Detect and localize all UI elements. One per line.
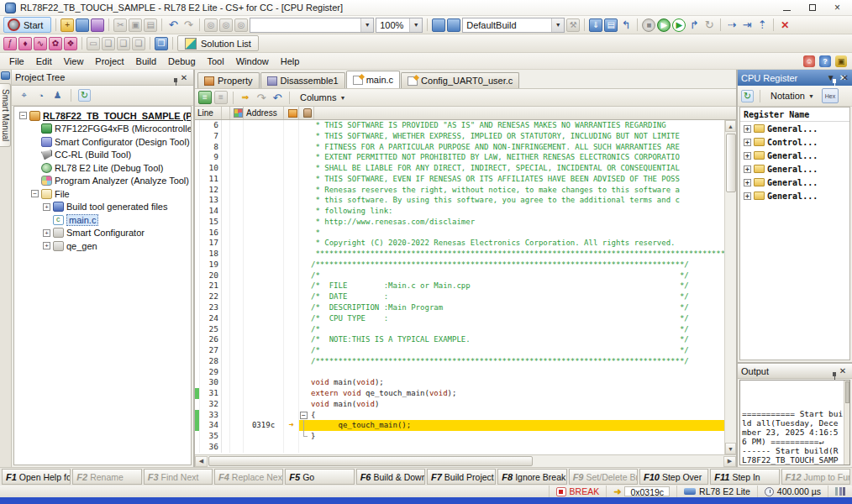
code-line[interactable]: 15 * http://www.renesas.com/disclaimer bbox=[195, 217, 724, 228]
fold-column[interactable] bbox=[299, 431, 309, 442]
find-icon[interactable]: ◎ bbox=[204, 18, 218, 32]
scroll-up-icon[interactable]: ▲ bbox=[725, 120, 736, 132]
function-key-f6[interactable]: F6Build & Downl... bbox=[356, 469, 425, 485]
project-pin-icon[interactable]: ⌖ bbox=[18, 89, 30, 102]
code-line[interactable]: 10 * SHALL BE LIABLE FOR ANY DIRECT, IND… bbox=[195, 163, 724, 174]
code-line[interactable]: 14 * following link: bbox=[195, 206, 724, 217]
menu-file[interactable]: File bbox=[3, 54, 30, 69]
code-line[interactable]: 23/* DESCRIPTION :Main Program */ bbox=[195, 302, 724, 313]
tree-expander-icon[interactable]: + bbox=[43, 203, 50, 211]
register-expander-icon[interactable]: + bbox=[744, 192, 751, 200]
editor-tab-main-c[interactable]: main.c bbox=[346, 71, 400, 88]
code-line[interactable]: 6 * THIS SOFTWARE IS PROVIDED "AS IS" AN… bbox=[195, 120, 724, 131]
code-line[interactable]: 26/* NOTE:THIS IS A TYPICAL EXAMPLE. */ bbox=[195, 334, 724, 345]
cut-icon[interactable]: ✂ bbox=[113, 18, 127, 32]
register-row[interactable]: +General... bbox=[740, 189, 849, 202]
coverage-column-header[interactable] bbox=[230, 107, 244, 119]
code-area[interactable]: 6 * THIS SOFTWARE IS PROVIDED "AS IS" AN… bbox=[195, 120, 724, 454]
stop-icon[interactable]: ■ bbox=[642, 18, 655, 32]
build-download-icon[interactable]: ⇓ bbox=[589, 18, 602, 32]
hex-notation-button[interactable]: Hex bbox=[822, 88, 839, 103]
windows-cascade-icon[interactable]: ❐ bbox=[155, 37, 168, 50]
function-key-f3[interactable]: F3Find Next bbox=[144, 469, 213, 485]
analysis-variable-list-icon[interactable]: ✿ bbox=[49, 37, 62, 50]
menu-window[interactable]: Window bbox=[230, 54, 275, 69]
function-key-f5[interactable]: F5Go bbox=[285, 469, 354, 485]
build-config-combo[interactable]: DefaultBuild ▼ bbox=[462, 18, 565, 33]
build-config-arrow[interactable]: ▼ bbox=[551, 18, 564, 32]
navigate-forward-icon[interactable]: ↷ bbox=[255, 91, 268, 104]
save-all-icon[interactable] bbox=[91, 18, 104, 32]
fold-column[interactable] bbox=[299, 420, 309, 431]
build-project-icon[interactable]: ▤ bbox=[604, 18, 618, 32]
comment-icon-4[interactable]: ❏ bbox=[132, 37, 145, 50]
smart-manual-tab[interactable]: Smart Manual bbox=[0, 83, 11, 147]
code-line[interactable]: 22/* DATE : */ bbox=[195, 291, 724, 302]
jump-to-pc-icon[interactable]: ⇒ bbox=[239, 91, 252, 104]
code-line[interactable]: 17 * Copyright (C) 2020-2022 Renesas Ele… bbox=[195, 238, 724, 249]
tree-item[interactable]: +Smart Configurator bbox=[16, 227, 191, 240]
menu-help[interactable]: Help bbox=[275, 54, 306, 69]
breakpoint-column-header[interactable] bbox=[284, 107, 299, 119]
updates-icon[interactable]: ▣ bbox=[835, 55, 847, 67]
code-line[interactable]: 12 * Renesas reserves the right, without… bbox=[195, 185, 724, 196]
start-button[interactable]: Start bbox=[3, 17, 51, 33]
search-combo[interactable]: ▼ bbox=[250, 18, 374, 33]
code-line[interactable]: 11 * THIS SOFTWARE, EVEN IF RENESAS OR I… bbox=[195, 174, 724, 185]
menu-debug[interactable]: Debug bbox=[162, 54, 201, 69]
step-over-icon[interactable]: ⇥ bbox=[740, 18, 754, 32]
scroll-right-icon[interactable]: ▶ bbox=[723, 456, 736, 467]
menu-build[interactable]: Build bbox=[130, 54, 162, 69]
disconnect-icon[interactable]: ✕ bbox=[778, 18, 792, 32]
tree-item[interactable]: +qe_gen bbox=[16, 239, 191, 253]
code-line[interactable]: 35} bbox=[195, 431, 724, 442]
register-expander-icon[interactable]: + bbox=[744, 125, 751, 133]
tree-expander-icon[interactable]: + bbox=[43, 242, 50, 249]
tree-item[interactable]: Program Analyzer (Analyze Tool) bbox=[16, 175, 191, 188]
save-project-icon[interactable] bbox=[76, 18, 89, 32]
register-refresh-icon[interactable]: ↻ bbox=[741, 90, 754, 102]
vertical-scroll-thumb[interactable] bbox=[726, 134, 736, 192]
code-line[interactable]: 8 * FITNESS FOR A PARTICULAR PURPOSE AND… bbox=[195, 142, 724, 153]
editor-tab-config-uart0-user-c[interactable]: Config_UART0_user.c bbox=[401, 72, 519, 88]
find-next-icon[interactable]: ◎ bbox=[234, 18, 248, 32]
editor-tab-close-icon[interactable]: ✕ bbox=[842, 73, 849, 82]
notation-button[interactable]: Notation ▼ bbox=[766, 89, 818, 102]
tree-expander-icon[interactable]: − bbox=[19, 112, 27, 119]
function-key-f7[interactable]: F7Build Project bbox=[427, 469, 496, 485]
mixed-display-icon[interactable]: ≡ bbox=[198, 91, 212, 104]
register-row[interactable]: +Control... bbox=[740, 135, 849, 149]
code-line[interactable]: 24/* CPU TYPE : */ bbox=[195, 313, 724, 324]
tree-expander-icon[interactable]: + bbox=[43, 229, 50, 237]
code-line[interactable]: 30void main(void); bbox=[195, 377, 724, 388]
rewind-icon[interactable]: ↻ bbox=[702, 18, 716, 32]
code-line[interactable]: 340319c➜ qe_touch_main(); bbox=[195, 420, 724, 431]
tree-item[interactable]: main.c bbox=[16, 213, 191, 227]
tree-item[interactable]: +Build tool generated files bbox=[16, 201, 191, 214]
tree-item[interactable]: CC-RL (Build Tool) bbox=[16, 149, 191, 162]
code-line[interactable]: 31extern void qe_touch_main(void); bbox=[195, 388, 724, 399]
code-line[interactable]: 13 * this software. By using this softwa… bbox=[195, 195, 724, 206]
output-close-icon[interactable]: ✕ bbox=[837, 366, 849, 375]
dock-window-icon[interactable] bbox=[1, 71, 10, 80]
hand-column-header[interactable] bbox=[299, 107, 314, 119]
device-settings-icon[interactable] bbox=[447, 18, 460, 32]
register-expander-icon[interactable]: + bbox=[744, 179, 751, 186]
menu-view[interactable]: View bbox=[58, 54, 90, 69]
restart-icon[interactable]: ↱ bbox=[687, 18, 701, 32]
mixed-display-disabled-icon[interactable]: ≡ bbox=[214, 91, 228, 104]
editor-tab-property[interactable]: Property bbox=[197, 72, 260, 88]
menu-tool[interactable]: Tool bbox=[202, 54, 230, 69]
add-file-icon[interactable]: + bbox=[60, 18, 74, 32]
project-refresh-button[interactable]: ↻ bbox=[78, 89, 91, 102]
register-expander-icon[interactable]: + bbox=[744, 165, 751, 173]
comment-icon-2[interactable]: ❑ bbox=[102, 37, 115, 50]
code-line[interactable]: 21/* FILE :Main.c or Main.cpp */ bbox=[195, 281, 724, 291]
code-line[interactable]: 32void main(void) bbox=[195, 399, 724, 410]
function-key-f12[interactable]: F12Jump to Functio... bbox=[781, 469, 850, 485]
comment-icon-1[interactable]: ▭ bbox=[87, 37, 100, 50]
go-icon[interactable]: ▶ bbox=[657, 18, 671, 32]
scroll-left-icon[interactable]: ◀ bbox=[195, 456, 208, 467]
build-options-icon[interactable]: ⚒ bbox=[566, 18, 580, 32]
code-line[interactable]: 9 * EXTENT PERMITTED NOT PROHIBITED BY L… bbox=[195, 152, 724, 163]
